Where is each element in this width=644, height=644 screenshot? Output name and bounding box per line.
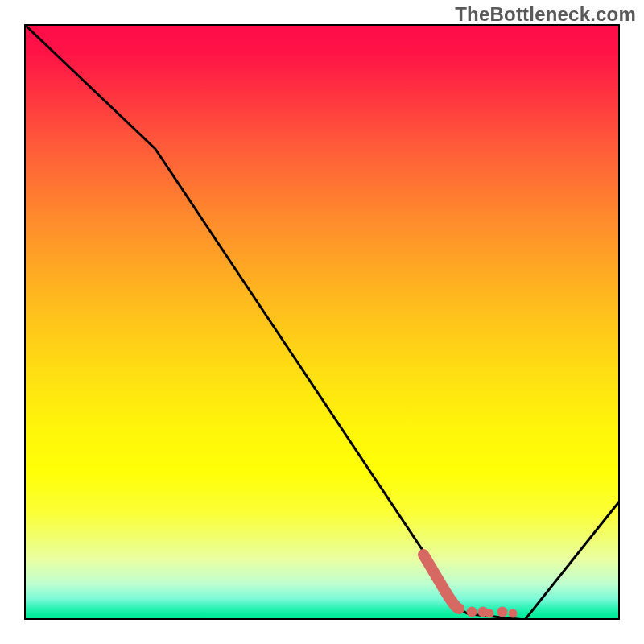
highlight-dot (485, 609, 494, 618)
highlight-dot (509, 609, 518, 618)
highlight-segment-stroke (423, 555, 459, 609)
bottleneck-chart: TheBottleneck.com (0, 0, 644, 644)
watermark-text: TheBottleneck.com (455, 3, 636, 26)
highlight-dot (467, 607, 477, 617)
bottleneck-curve (24, 24, 620, 620)
plot-area (24, 24, 620, 620)
axis-frame-bottom (24, 618, 620, 620)
chart-overlay-svg (24, 24, 620, 620)
highlight-dot (497, 607, 508, 617)
axis-frame-right (618, 24, 620, 620)
axis-frame-left (24, 24, 26, 620)
